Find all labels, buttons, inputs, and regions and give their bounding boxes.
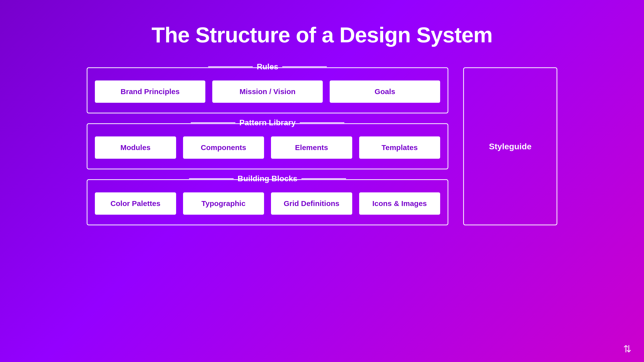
elements-box: Elements [271, 136, 352, 159]
pattern-library-label: Pattern Library [186, 118, 349, 127]
left-column: Rules Brand Principles Mission / Vision … [87, 67, 448, 225]
building-blocks-items: Color Palettes Typographic Grid Definiti… [95, 192, 440, 215]
elements-text: Elements [295, 143, 328, 152]
rules-items: Brand Principles Mission / Vision Goals [95, 80, 440, 103]
brand-principles-text: Brand Principles [121, 87, 180, 96]
templates-box: Templates [359, 136, 440, 159]
logo-icon: ⇅ [623, 343, 632, 355]
mission-vision-text: Mission / Vision [240, 87, 296, 96]
styleguide-box: Styleguide [463, 67, 557, 225]
modules-box: Modules [95, 136, 176, 159]
templates-text: Templates [382, 143, 418, 152]
icons-images-text: Icons & Images [372, 199, 427, 208]
rules-section: Rules Brand Principles Mission / Vision … [87, 67, 448, 113]
page-title: The Structure of a Design System [152, 22, 492, 47]
grid-definitions-box: Grid Definitions [271, 192, 352, 215]
rules-label: Rules [203, 62, 332, 71]
components-box: Components [183, 136, 264, 159]
typographic-box: Typographic [183, 192, 264, 215]
building-blocks-label: Building Blocks [184, 174, 351, 183]
typographic-text: Typographic [201, 199, 246, 208]
goals-box: Goals [330, 80, 440, 103]
color-palettes-text: Color Palettes [110, 199, 160, 208]
pattern-library-items: Modules Components Elements Templates [95, 136, 440, 159]
pattern-library-section: Pattern Library Modules Components Eleme… [87, 123, 448, 169]
goals-text: Goals [374, 87, 395, 96]
styleguide-label: Styleguide [489, 142, 532, 151]
mission-vision-box: Mission / Vision [212, 80, 323, 103]
brand-principles-box: Brand Principles [95, 80, 205, 103]
modules-text: Modules [120, 143, 150, 152]
grid-definitions-text: Grid Definitions [284, 199, 339, 208]
diagram-container: Rules Brand Principles Mission / Vision … [87, 67, 557, 225]
building-blocks-section: Building Blocks Color Palettes Typograph… [87, 179, 448, 225]
color-palettes-box: Color Palettes [95, 192, 176, 215]
icons-images-box: Icons & Images [359, 192, 440, 215]
components-text: Components [201, 143, 246, 152]
